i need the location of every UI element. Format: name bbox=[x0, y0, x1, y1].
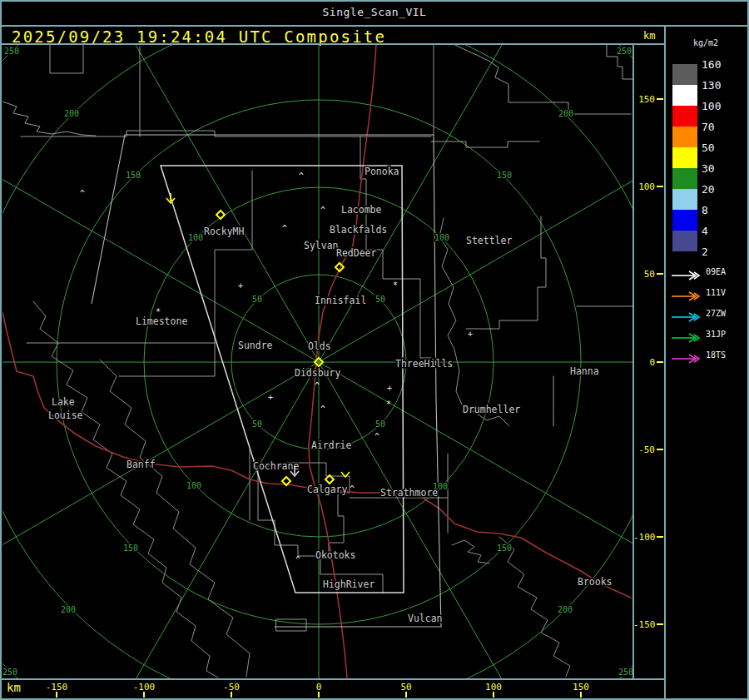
town-marker: * bbox=[393, 280, 398, 290]
legend-color-swatch bbox=[672, 210, 697, 231]
legend-value-label: 130 bbox=[702, 79, 721, 92]
radar-coverage-outline-b bbox=[92, 135, 441, 627]
legend-value-label: 100 bbox=[702, 100, 721, 112]
county-boundary bbox=[21, 131, 431, 137]
ring-distance-label: 150 bbox=[497, 544, 512, 553]
town-marker: + bbox=[387, 384, 392, 393]
legend-color-swatch bbox=[672, 85, 697, 106]
legend-value-label: 8 bbox=[702, 204, 708, 216]
radar-map-canvas[interactable]: 5010015020025050100150200250501001502002… bbox=[0, 0, 749, 700]
right-axis-tick-label: -50 bbox=[633, 444, 655, 455]
town-marker: ^ bbox=[299, 171, 304, 181]
city-label-ponoka: Ponoka bbox=[365, 166, 399, 177]
town-marker: ^ bbox=[374, 432, 379, 441]
city-label-sundre: Sundre bbox=[238, 340, 273, 351]
station-arrow-icon bbox=[671, 310, 702, 320]
bottom-axis-tick-mark bbox=[580, 692, 582, 698]
bottom-axis-unit-label: km bbox=[7, 681, 21, 694]
bottom-axis-tick-mark bbox=[493, 692, 494, 698]
right-axis-tick-label: 50 bbox=[633, 269, 655, 280]
legend-color-swatch bbox=[672, 64, 697, 85]
legend-color-swatch bbox=[672, 231, 697, 251]
town-marker: ^ bbox=[80, 189, 85, 198]
ring-distance-label: 250 bbox=[618, 668, 633, 677]
station-id-label: 111V bbox=[706, 288, 726, 297]
bottom-axis-tick-mark bbox=[231, 692, 232, 698]
town-marker: + bbox=[238, 281, 243, 290]
bottom-axis-tick-mark bbox=[318, 692, 320, 698]
county-boundary bbox=[2, 102, 96, 136]
city-label-louise: Louise bbox=[48, 410, 83, 421]
ring-distance-label: 250 bbox=[617, 47, 632, 56]
city-label-calgary: Calgary bbox=[307, 484, 348, 495]
city-label-stettler: Stettler bbox=[466, 235, 512, 246]
bottom-axis-tick-mark bbox=[143, 692, 145, 698]
ring-distance-label: 100 bbox=[186, 481, 201, 490]
divider-legend-panel bbox=[664, 25, 666, 700]
ring-distance-label: 150 bbox=[126, 171, 141, 180]
town-marker: ^ bbox=[350, 484, 355, 494]
bottom-axis-tick-mark bbox=[56, 692, 57, 698]
city-label-highriver: HighRiver bbox=[323, 578, 374, 590]
town-marker: ^ bbox=[295, 555, 300, 564]
station-id-label: 27ZW bbox=[706, 309, 726, 318]
right-axis-tick-label: -100 bbox=[633, 532, 655, 543]
divider-under-infobar bbox=[0, 43, 666, 45]
radar-viewer-window: Single_Scan_VIL 2025/09/23 19:24:04 UTC … bbox=[0, 0, 749, 700]
station-arrow-icon bbox=[671, 330, 702, 340]
station-id-label: 18TS bbox=[706, 350, 726, 360]
ring-distance-label: 250 bbox=[4, 47, 19, 56]
legend-unit-label: kg/m2 bbox=[693, 38, 718, 47]
legend-color-swatch bbox=[672, 106, 697, 127]
city-label-threehills: ThreeHills bbox=[395, 358, 453, 370]
station-id-label: 09EA bbox=[706, 267, 726, 276]
city-label-limestone: Limestone bbox=[136, 315, 187, 327]
town-marker: ^ bbox=[315, 381, 320, 390]
city-label-hanna: Hanna bbox=[570, 365, 599, 377]
ring-distance-label: 100 bbox=[188, 233, 203, 242]
town-marker: + bbox=[268, 393, 273, 402]
city-label-lake: Lake bbox=[52, 396, 75, 408]
station-arrow-icon bbox=[671, 289, 702, 299]
right-axis-tick-label: 150 bbox=[633, 94, 655, 105]
station-arrow-icon bbox=[671, 268, 702, 278]
county-boundary bbox=[258, 463, 350, 556]
legend-value-label: 2 bbox=[702, 246, 708, 258]
ring-distance-label: 50 bbox=[252, 420, 262, 429]
city-label-airdrie: Airdrie bbox=[311, 439, 352, 451]
legend-color-swatch bbox=[672, 127, 697, 147]
city-label-reddeer: RedDeer bbox=[336, 247, 377, 259]
divider-above-bottom-axis bbox=[0, 678, 666, 680]
city-label-drumheller: Drumheller bbox=[463, 404, 520, 415]
right-axis-tick-mark bbox=[657, 623, 663, 625]
bottom-axis-tick-mark bbox=[405, 692, 407, 698]
legend-value-label: 50 bbox=[702, 141, 715, 154]
city-label-strathmore: Strathmore bbox=[380, 487, 438, 499]
map-right-border bbox=[632, 45, 634, 678]
legend-value-label: 30 bbox=[702, 162, 715, 175]
river-line bbox=[100, 360, 250, 677]
ring-distance-label: 150 bbox=[123, 544, 138, 553]
county-boundary bbox=[276, 619, 306, 631]
town-marker: ^ bbox=[320, 405, 325, 414]
motion-arrow-icon bbox=[166, 193, 175, 203]
city-label-innisfail: Innisfail bbox=[315, 295, 366, 306]
city-label-olds: Olds bbox=[308, 340, 331, 352]
river-line bbox=[439, 218, 509, 426]
legend-color-swatch bbox=[672, 147, 697, 168]
ring-distance-label: 50 bbox=[252, 295, 262, 304]
right-axis-tick-mark bbox=[657, 361, 663, 363]
legend-value-label: 70 bbox=[702, 121, 715, 133]
ring-distance-label: 200 bbox=[61, 605, 76, 614]
right-axis-tick-mark bbox=[657, 98, 663, 100]
county-boundary bbox=[119, 343, 215, 376]
town-marker: + bbox=[468, 330, 473, 339]
city-label-didsbury: Didsbury bbox=[295, 367, 340, 379]
ring-distance-label: 250 bbox=[2, 668, 17, 677]
county-boundary bbox=[50, 45, 83, 73]
divider-under-title bbox=[0, 25, 749, 27]
legend-value-label: 160 bbox=[702, 58, 721, 71]
right-axis-tick-label: 100 bbox=[633, 181, 655, 192]
county-boundary bbox=[466, 216, 546, 329]
ring-distance-label: 200 bbox=[64, 109, 79, 118]
